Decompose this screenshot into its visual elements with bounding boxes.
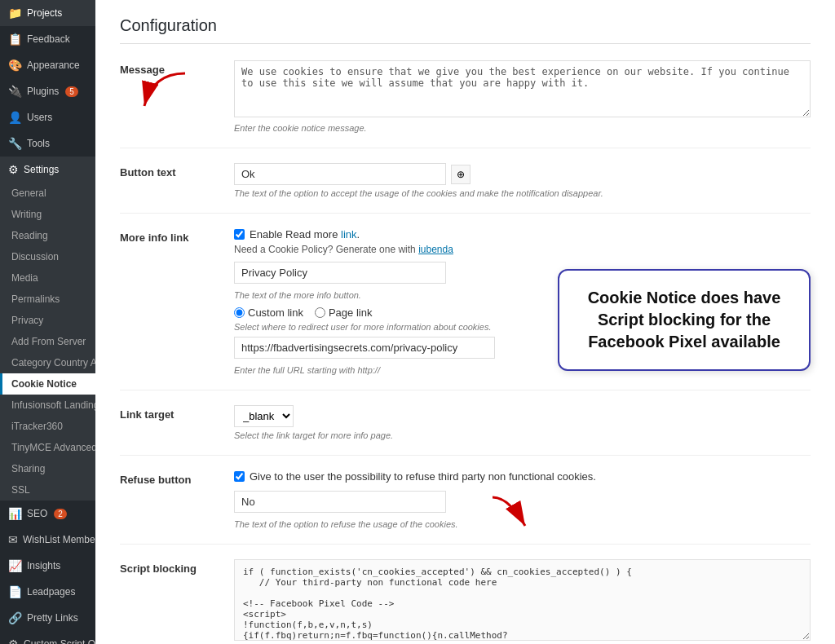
page-link-label[interactable]: Page link bbox=[315, 307, 372, 319]
tooltip-box: Cookie Notice does have Script blocking … bbox=[558, 269, 811, 371]
appearance-icon: 🎨 bbox=[8, 59, 22, 72]
refuse-arrow bbox=[484, 493, 533, 536]
refuse-check-row: Give to the user the possibility to refu… bbox=[234, 470, 811, 483]
sidebar-item-leadpages[interactable]: 📄 Leadpages bbox=[0, 579, 95, 605]
wishlist-icon: ✉ bbox=[8, 533, 18, 546]
config-row-refuse-button: Refuse button Give to the user the possi… bbox=[120, 470, 811, 545]
sidebar-sub-tinymce[interactable]: TinyMCE Advanced bbox=[0, 437, 95, 458]
sidebar-item-wishlist[interactable]: ✉ WishList Member bbox=[0, 527, 95, 553]
sidebar-item-tools[interactable]: 🔧 Tools bbox=[0, 130, 95, 157]
sidebar-item-settings[interactable]: ⚙ Settings bbox=[0, 157, 95, 183]
sidebar-sub-ssl[interactable]: SSL bbox=[0, 479, 95, 501]
sidebar-item-projects[interactable]: 📁 Projects bbox=[0, 0, 95, 26]
plugins-icon: 🔌 bbox=[8, 85, 22, 98]
sidebar-sub-privacy[interactable]: Privacy bbox=[0, 310, 95, 331]
link-target-label: Link target bbox=[120, 405, 234, 421]
settings-icon: ⚙ bbox=[8, 163, 19, 176]
iubenda-link[interactable]: iubenda bbox=[418, 244, 453, 255]
seo-badge: 2 bbox=[54, 509, 67, 519]
script-blocking-label: Script blocking bbox=[120, 559, 234, 575]
feedback-icon: 📋 bbox=[8, 33, 22, 46]
message-description: Enter the cookie notice message. bbox=[234, 123, 811, 133]
sidebar-sub-infusionsoft[interactable]: Infusionsoft Landing Pages bbox=[0, 395, 95, 416]
sidebar-sub-category-country[interactable]: Category Country Aware goodies bbox=[0, 352, 95, 373]
sidebar-item-insights[interactable]: 📈 Insights bbox=[0, 553, 95, 579]
plugins-badge: 5 bbox=[65, 86, 78, 97]
custom-link-radio[interactable] bbox=[234, 307, 245, 318]
sidebar-sub-general[interactable]: General bbox=[0, 183, 95, 204]
refuse-button-content: Give to the user the possibility to refu… bbox=[234, 470, 811, 529]
users-icon: 👤 bbox=[8, 111, 22, 124]
button-text-label: Button text bbox=[120, 163, 234, 179]
tooltip-text: Cookie Notice does have Script blocking … bbox=[574, 287, 794, 353]
sidebar-sub-itracker360[interactable]: iTracker360 bbox=[0, 416, 95, 437]
script-blocking-content: Enter non functional cookies Javascript … bbox=[234, 559, 811, 644]
sidebar-sub-sharing[interactable]: Sharing bbox=[0, 458, 95, 479]
privacy-policy-input[interactable] bbox=[234, 262, 446, 284]
read-more-link[interactable]: link bbox=[341, 228, 357, 240]
main-content: Configuration Message Enter the cookie n… bbox=[95, 0, 835, 644]
sidebar-sub-reading[interactable]: Reading bbox=[0, 225, 95, 246]
script-blocking-textarea[interactable] bbox=[234, 559, 811, 641]
more-info-label: More info link bbox=[120, 228, 234, 244]
button-text-description: The text of the option to accept the usa… bbox=[234, 188, 811, 198]
custom-link-label[interactable]: Custom link bbox=[234, 307, 303, 319]
sidebar-sub-discussion[interactable]: Discussion bbox=[0, 246, 95, 267]
button-text-input[interactable] bbox=[234, 163, 446, 185]
refuse-checkbox[interactable] bbox=[234, 471, 245, 482]
link-target-content: _blank _self Select the link target for … bbox=[234, 405, 811, 440]
sidebar-sub-cookie-notice[interactable]: Cookie Notice bbox=[0, 373, 95, 395]
button-text-content: ⊕ The text of the option to accept the u… bbox=[234, 163, 811, 198]
config-row-message: Message Enter the cookie notice message. bbox=[120, 60, 811, 148]
pretty-links-icon: 🔗 bbox=[8, 611, 22, 624]
config-row-script-blocking: Script blocking Enter non functional coo… bbox=[120, 559, 811, 644]
sidebar-item-feedback[interactable]: 📋 Feedback bbox=[0, 26, 95, 52]
enable-read-more-row: Enable Read more link. bbox=[234, 228, 811, 240]
link-target-select[interactable]: _blank _self bbox=[234, 405, 294, 427]
expand-button[interactable]: ⊕ bbox=[451, 165, 471, 184]
insights-icon: 📈 bbox=[8, 559, 22, 572]
projects-icon: 📁 bbox=[8, 7, 22, 20]
refuse-button-label: Refuse button bbox=[120, 470, 234, 486]
message-content: Enter the cookie notice message. bbox=[234, 60, 811, 133]
config-row-link-target: Link target _blank _self Select the link… bbox=[120, 405, 811, 456]
sidebar-item-custom-script[interactable]: ⚙ Custom Script Options bbox=[0, 631, 95, 644]
refuse-text-input[interactable] bbox=[234, 491, 446, 513]
enable-read-more-checkbox[interactable] bbox=[234, 229, 245, 240]
sidebar-item-pretty-links[interactable]: 🔗 Pretty Links bbox=[0, 605, 95, 631]
page-link-radio[interactable] bbox=[315, 307, 325, 318]
sidebar-sub-media[interactable]: Media bbox=[0, 267, 95, 289]
custom-script-icon: ⚙ bbox=[8, 637, 19, 644]
sidebar-sub-permalinks[interactable]: Permalinks bbox=[0, 289, 95, 310]
sidebar-item-plugins[interactable]: 🔌 Plugins 5 bbox=[0, 78, 95, 104]
sidebar: 📁 Projects 📋 Feedback 🎨 Appearance 🔌 Plu… bbox=[0, 0, 95, 644]
link-target-description: Select the link target for more info pag… bbox=[234, 430, 811, 440]
button-text-row: ⊕ bbox=[234, 163, 811, 185]
tools-icon: 🔧 bbox=[8, 137, 22, 150]
sidebar-sub-add-from-server[interactable]: Add From Server bbox=[0, 331, 95, 352]
message-textarea[interactable] bbox=[234, 60, 811, 117]
page-title: Configuration bbox=[120, 16, 811, 44]
sidebar-item-appearance[interactable]: 🎨 Appearance bbox=[0, 52, 95, 78]
leadpages-icon: 📄 bbox=[8, 585, 22, 598]
seo-icon: 📊 bbox=[8, 507, 22, 520]
enable-read-more-label: Enable Read more link. bbox=[250, 228, 360, 240]
sidebar-sub-writing[interactable]: Writing bbox=[0, 204, 95, 225]
sidebar-item-seo[interactable]: 📊 SEO 2 bbox=[0, 501, 95, 527]
config-row-button-text: Button text ⊕ The text of the option to … bbox=[120, 163, 811, 214]
refuse-check-label: Give to the user the possibility to refu… bbox=[250, 470, 596, 483]
sidebar-item-users[interactable]: 👤 Users bbox=[0, 104, 95, 130]
settings-submenu: General Writing Reading Discussion Media… bbox=[0, 183, 95, 501]
url-input[interactable] bbox=[234, 337, 495, 359]
cookie-policy-note: Need a Cookie Policy? Generate one with … bbox=[234, 244, 811, 255]
red-arrow bbox=[136, 65, 201, 114]
